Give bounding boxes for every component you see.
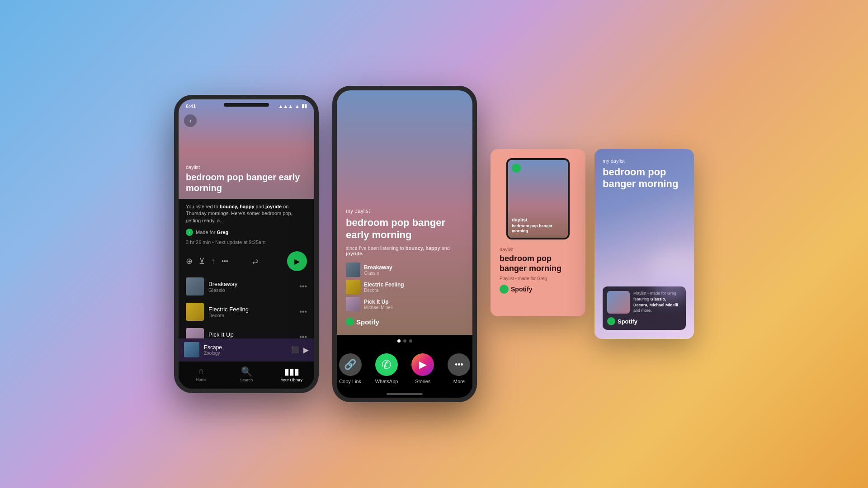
story-track-art	[346, 263, 360, 277]
card-tag: daylist	[500, 247, 576, 252]
np-art	[184, 342, 199, 357]
signal-icon: ▲▲▲	[278, 103, 293, 109]
phone-2-screen: my daylist bedroom pop banger early morn…	[337, 90, 472, 398]
nav-search[interactable]: 🔍 Search	[224, 364, 269, 384]
story-track-artist: Decora	[364, 288, 404, 293]
desc-bold1: bouncy, happy	[220, 204, 255, 209]
dot-indicators	[337, 335, 472, 347]
dot-1[interactable]	[397, 339, 401, 343]
home-label: Home	[196, 377, 207, 382]
story-track: Breakaway Glassio	[346, 263, 463, 277]
whatsapp-label: WhatsApp	[375, 379, 398, 384]
track-art-electric	[186, 303, 204, 321]
copy-link-icon: 🔗	[339, 353, 362, 376]
track-info: Pick It Up Michael Minelli	[208, 331, 295, 338]
search-icon: 🔍	[241, 366, 252, 377]
bottom-nav: ⌂ Home 🔍 Search ▮▮▮ Your Library	[179, 361, 314, 389]
mini-spotify-circle	[607, 317, 615, 325]
status-icons: ▲▲▲ ▲ ▮▮	[278, 103, 307, 109]
story-track-name: Breakaway	[364, 264, 392, 271]
np-controls: ⬛ ▶	[291, 346, 309, 354]
story-track-info: Electric Feeling Decora	[364, 282, 404, 293]
play-button[interactable]: ▶	[287, 251, 307, 271]
more-icon[interactable]: •••	[222, 258, 228, 265]
dot-2[interactable]	[403, 339, 406, 343]
story-spotify-logo: Spotify	[346, 318, 463, 326]
phone-1-notch	[224, 103, 269, 107]
desc-mid: and	[255, 204, 265, 209]
card-phone-preview: daylist bedroom pop banger morning	[506, 158, 570, 239]
playlist-tag: daylist	[186, 164, 307, 170]
playlist-title: bedroom pop banger early morning	[186, 172, 307, 193]
story-background: my daylist bedroom pop banger early morn…	[337, 90, 472, 335]
story-preview: my daylist bedroom pop banger early morn…	[337, 90, 472, 335]
made-for-label: Made for Greg	[196, 230, 228, 235]
card2-title: bedroom pop banger morning	[603, 166, 686, 190]
np-artist: Zoology	[204, 351, 287, 356]
track-art-breakaway	[186, 277, 204, 296]
share-options: 🔗 Copy Link ✆ WhatsApp ▶ Stories ••• Mor…	[337, 347, 472, 390]
whatsapp-icon: ✆	[375, 353, 398, 376]
share-icon[interactable]: ↑	[211, 257, 215, 266]
track-artist: Decora	[208, 313, 295, 318]
track-item: Pick It Up Michael Minelli •••	[179, 324, 314, 338]
stories-option[interactable]: ▶ Stories	[411, 353, 434, 384]
scene: 6:41 ▲▲▲ ▲ ▮▮ ‹ daylist bedroom pop bang…	[0, 0, 868, 488]
dot-3[interactable]	[409, 339, 412, 343]
more-label: More	[453, 379, 465, 384]
playlist-meta: ♪ Made for Greg	[179, 227, 314, 238]
now-playing-bar[interactable]: Escape Zoology ⬛ ▶	[179, 338, 314, 361]
card-title: bedroom pop banger morning	[500, 254, 576, 273]
story-track: Electric Feeling Decora	[346, 280, 463, 294]
shuffle-icon[interactable]: ⇄	[252, 257, 258, 266]
nav-home[interactable]: ⌂ Home	[179, 364, 224, 384]
story-playlist-tag: my daylist	[346, 208, 463, 214]
playlist-controls: ⊕ ⊻ ↑ ••• ⇄ ▶	[179, 249, 314, 274]
cards-container: daylist bedroom pop banger morning dayli…	[491, 149, 694, 339]
track-more-icon[interactable]: •••	[299, 282, 307, 291]
story-tracks: Breakaway Glassio Electric Feeling Decor…	[346, 263, 463, 311]
story-track-artist: Michael Minelli	[364, 305, 394, 310]
playlist-content: You listened to bouncy, happy and joyrid…	[179, 199, 314, 389]
whatsapp-option[interactable]: ✆ WhatsApp	[375, 353, 398, 384]
np-info: Escape Zoology	[204, 344, 287, 356]
back-button[interactable]: ‹	[184, 114, 197, 127]
story-track-art	[346, 280, 360, 294]
nav-library[interactable]: ▮▮▮ Your Library	[269, 364, 314, 384]
story-track-name: Electric Feeling	[364, 282, 404, 288]
playlist-description: You listened to bouncy, happy and joyrid…	[179, 199, 314, 227]
track-name: Electric Feeling	[208, 306, 295, 313]
battery-icon: ▮▮	[302, 103, 307, 109]
download-icon[interactable]: ⊻	[199, 256, 205, 266]
story-track-art	[346, 297, 360, 311]
track-art-pick	[186, 328, 204, 338]
track-more-icon[interactable]: •••	[299, 308, 307, 316]
spotify-text: Spotify	[356, 318, 379, 326]
mini-card-art	[607, 291, 630, 314]
card-phone-screen: daylist bedroom pop banger morning	[508, 160, 568, 238]
np-title: Escape	[204, 344, 287, 351]
card-subtitle: Playlist • made for Greg	[500, 276, 576, 281]
card-playlist-label: daylist	[512, 217, 564, 222]
desc-prefix: You listened to	[186, 204, 220, 209]
phone-1: 6:41 ▲▲▲ ▲ ▮▮ ‹ daylist bedroom pop bang…	[174, 95, 319, 393]
connect-icon[interactable]: ⬛	[291, 346, 299, 353]
track-more-icon[interactable]: •••	[299, 333, 307, 338]
story-track-info: Pick It Up Michael Minelli	[364, 299, 394, 310]
playlist-duration: 3 hr 26 min • Next update at 9:25am	[179, 238, 314, 249]
status-time: 6:41	[186, 103, 196, 109]
add-icon[interactable]: ⊕	[186, 256, 193, 266]
more-option[interactable]: ••• More	[448, 353, 470, 384]
mini-spotify-text: Spotify	[618, 318, 637, 325]
playlist-info: daylist bedroom pop banger early morning	[179, 164, 314, 199]
story-track: Pick It Up Michael Minelli	[346, 297, 463, 311]
np-play-icon[interactable]: ▶	[303, 346, 309, 354]
home-icon: ⌂	[198, 366, 204, 376]
stories-label: Stories	[415, 379, 430, 384]
copy-link-option[interactable]: 🔗 Copy Link	[339, 353, 362, 384]
mini-card-spotify: Spotify	[607, 317, 681, 325]
track-item: Breakaway Glassio •••	[179, 274, 314, 299]
copy-link-label: Copy Link	[339, 379, 361, 384]
story-playlist-title: bedroom pop banger early morning	[346, 217, 463, 241]
daylist-card-2: my daylist bedroom pop banger morning Pl…	[594, 149, 694, 339]
